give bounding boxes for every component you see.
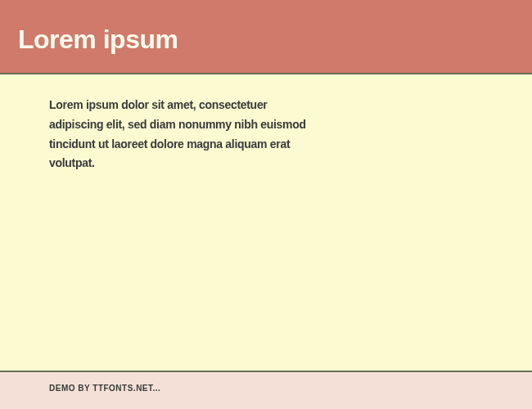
body-text: Lorem ipsum dolor sit amet, consectetuer… <box>49 96 311 173</box>
content-area: Lorem ipsum dolor sit amet, consectetuer… <box>0 74 532 372</box>
header-banner: Lorem ipsum <box>0 0 532 74</box>
footer-bar: DEMO BY TTFONTS.NET... <box>0 372 532 409</box>
page-title: Lorem ipsum <box>18 25 514 55</box>
footer-credit: DEMO BY TTFONTS.NET... <box>49 384 483 393</box>
